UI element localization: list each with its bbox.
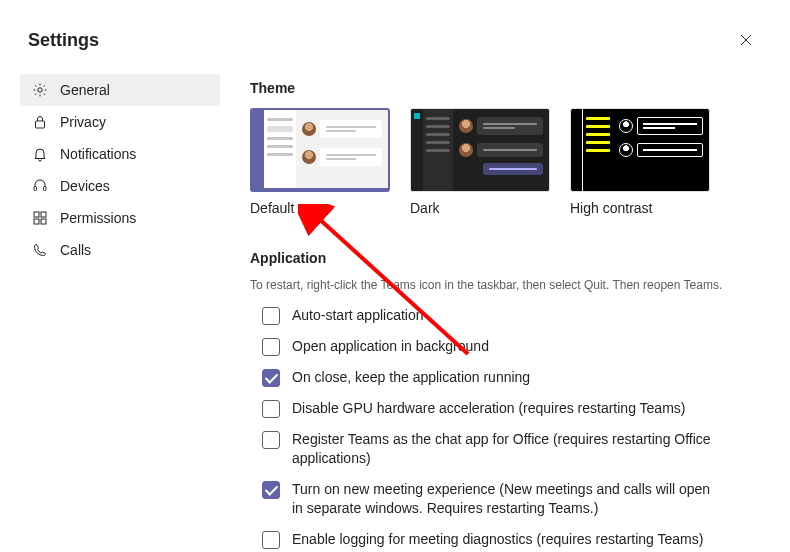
sidebar-item-permissions[interactable]: Permissions <box>20 202 220 234</box>
checkbox-label: Auto-start application <box>292 306 424 325</box>
svg-rect-7 <box>41 219 46 224</box>
phone-icon <box>32 242 48 258</box>
sidebar-item-label: Permissions <box>60 210 136 226</box>
sidebar-item-label: Privacy <box>60 114 106 130</box>
checkbox-label: Disable GPU hardware acceleration (requi… <box>292 399 685 418</box>
svg-rect-4 <box>34 212 39 217</box>
checkbox-keep-running[interactable] <box>262 369 280 387</box>
svg-rect-1 <box>36 121 45 128</box>
sidebar-item-privacy[interactable]: Privacy <box>20 106 220 138</box>
checkbox-new-meeting-experience[interactable] <box>262 481 280 499</box>
checkbox-label: Register Teams as the chat app for Offic… <box>292 430 722 468</box>
theme-label: Default <box>250 200 390 216</box>
close-button[interactable] <box>730 24 762 56</box>
application-section-title: Application <box>250 250 762 266</box>
checkbox-label: On close, keep the application running <box>292 368 530 387</box>
apps-icon <box>32 210 48 226</box>
headset-icon <box>32 178 48 194</box>
checkbox-label: Turn on new meeting experience (New meet… <box>292 480 722 518</box>
close-icon <box>740 32 752 49</box>
checkbox-label: Open application in background <box>292 337 489 356</box>
theme-option-dark[interactable]: Dark <box>410 108 550 216</box>
theme-preview-dark <box>410 108 550 192</box>
svg-rect-2 <box>34 187 37 191</box>
theme-option-default[interactable]: Default <box>250 108 390 216</box>
sidebar-item-notifications[interactable]: Notifications <box>20 138 220 170</box>
theme-section-title: Theme <box>250 80 762 96</box>
settings-sidebar: General Privacy Notifications Devices Pe <box>20 74 220 552</box>
lock-icon <box>32 114 48 130</box>
svg-rect-5 <box>41 212 46 217</box>
sidebar-item-label: Calls <box>60 242 91 258</box>
theme-option-high-contrast[interactable]: High contrast <box>570 108 710 216</box>
sidebar-item-label: Devices <box>60 178 110 194</box>
sidebar-item-calls[interactable]: Calls <box>20 234 220 266</box>
theme-label: High contrast <box>570 200 710 216</box>
theme-preview-default <box>250 108 390 192</box>
page-title: Settings <box>28 30 99 51</box>
gear-icon <box>32 82 48 98</box>
sidebar-item-general[interactable]: General <box>20 74 220 106</box>
svg-rect-3 <box>44 187 47 191</box>
sidebar-item-label: Notifications <box>60 146 136 162</box>
checkbox-open-background[interactable] <box>262 338 280 356</box>
checkbox-disable-gpu[interactable] <box>262 400 280 418</box>
sidebar-item-devices[interactable]: Devices <box>20 170 220 202</box>
checkbox-enable-logging[interactable] <box>262 531 280 549</box>
theme-preview-high-contrast <box>570 108 710 192</box>
checkbox-register-chat-app[interactable] <box>262 431 280 449</box>
checkbox-auto-start[interactable] <box>262 307 280 325</box>
theme-label: Dark <box>410 200 550 216</box>
bell-icon <box>32 146 48 162</box>
sidebar-item-label: General <box>60 82 110 98</box>
svg-rect-6 <box>34 219 39 224</box>
svg-point-0 <box>38 88 42 92</box>
application-restart-note: To restart, right-click the Teams icon i… <box>250 278 762 292</box>
checkbox-label: Enable logging for meeting diagnostics (… <box>292 530 703 549</box>
